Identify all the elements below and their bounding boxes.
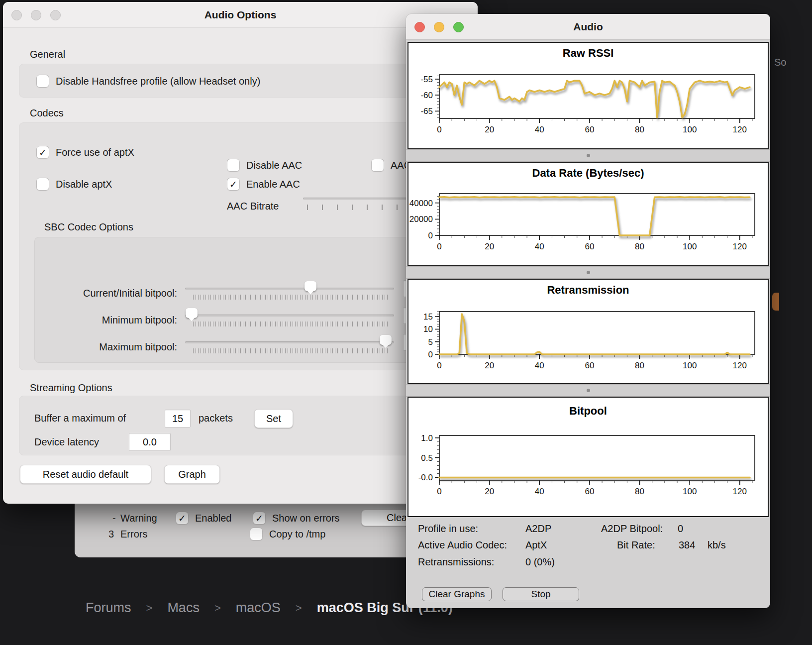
device-latency-input[interactable]	[129, 433, 171, 451]
retransmission-chart: 020406080100120151050	[408, 280, 768, 383]
bitpool-chart: 0204060801001201.00.5-0.0	[408, 398, 768, 516]
slider-track[interactable]	[185, 341, 394, 343]
sbc-group-box: Current/Initial bitpool: Minimum bitpool…	[34, 237, 458, 363]
chevron-right-icon: >	[296, 602, 302, 615]
minimum-bitpool-slider[interactable]	[185, 310, 394, 322]
disable-handsfree-label: Disable Handsfree profile (allow Headset…	[56, 76, 260, 87]
svg-text:120: 120	[733, 361, 747, 370]
svg-text:60: 60	[585, 125, 594, 134]
slider-thumb[interactable]	[186, 308, 198, 318]
svg-text:10: 10	[423, 324, 433, 334]
breadcrumb-link-forums[interactable]: Forums	[86, 600, 131, 616]
svg-text:40: 40	[535, 487, 544, 496]
aac-partial-checkbox[interactable]	[371, 159, 384, 172]
enable-aac-checkbox[interactable]	[227, 178, 240, 191]
show-on-errors-checkbox[interactable]	[253, 512, 266, 525]
clear-graphs-button[interactable]: Clear Graphs	[422, 587, 492, 601]
chart-panel-raw-rssi: Raw RSSI 020406080100120-55-60-65	[407, 42, 769, 149]
svg-text:20000: 20000	[409, 215, 433, 224]
svg-text:0: 0	[437, 361, 441, 370]
svg-text:15: 15	[423, 312, 433, 322]
svg-text:80: 80	[635, 487, 644, 496]
general-section-label: General	[30, 49, 65, 60]
splitter-handle[interactable]	[406, 384, 770, 397]
aac-bitrate-label: AAC Bitrate	[227, 201, 279, 212]
force-aptx-checkbox[interactable]	[36, 146, 49, 159]
stop-button[interactable]: Stop	[503, 587, 579, 601]
chevron-right-icon: >	[214, 602, 221, 615]
svg-text:-65: -65	[420, 107, 433, 116]
buffer-packets-input[interactable]	[165, 410, 191, 428]
graph-button[interactable]: Graph	[164, 465, 220, 484]
svg-text:100: 100	[683, 361, 697, 370]
svg-text:60: 60	[585, 361, 594, 370]
active-codec-label: Active Audio Codec:	[418, 539, 507, 551]
current-initial-bitpool-label: Current/Initial bitpool:	[40, 288, 177, 299]
splitter-handle[interactable]	[406, 266, 770, 279]
zoom-button[interactable]	[453, 22, 464, 32]
close-button[interactable]	[414, 22, 425, 32]
set-button[interactable]: Set	[254, 409, 293, 428]
svg-text:60: 60	[585, 242, 594, 251]
force-aptx-label: Force use of aptX	[56, 147, 134, 158]
maximum-bitpool-label: Maximum bitpool:	[40, 341, 177, 353]
current-initial-bitpool-slider[interactable]	[185, 283, 394, 295]
reset-audio-default-button[interactable]: Reset audio default	[20, 465, 151, 484]
enabled-checkbox[interactable]	[176, 512, 189, 525]
warning-dash: -	[112, 513, 116, 524]
svg-text:0.5: 0.5	[421, 453, 433, 463]
svg-text:100: 100	[683, 487, 697, 496]
chart-panel-bitpool: Bitpool 0204060801001201.00.5-0.0	[407, 397, 769, 517]
svg-text:100: 100	[683, 242, 697, 251]
breadcrumb: Forums > Macs > macOS > macOS Big Sur (1…	[86, 600, 453, 616]
svg-text:20: 20	[485, 242, 494, 251]
slider-track[interactable]	[185, 288, 394, 290]
enable-aac-label: Enable AAC	[246, 179, 300, 190]
buffer-maximum-label: Buffer a maximum of	[34, 413, 126, 424]
svg-text:40: 40	[535, 242, 544, 251]
svg-text:20: 20	[485, 361, 494, 370]
profile-in-use-label: Profile in use:	[418, 523, 478, 535]
streaming-group-box: Buffer a maximum of packets Set Device l…	[19, 396, 462, 455]
desktop: Forums > Macs > macOS > macOS Big Sur (1…	[0, 0, 812, 645]
errors-label: Errors	[120, 529, 147, 540]
slider-thumb[interactable]	[304, 281, 316, 291]
enabled-label: Enabled	[195, 513, 231, 524]
maximum-bitpool-slider[interactable]	[185, 336, 394, 348]
disable-aac-checkbox[interactable]	[227, 159, 240, 172]
bit-rate-value: 384	[679, 539, 695, 551]
traffic-lights	[414, 22, 464, 32]
show-on-errors-label: Show on errors	[272, 513, 340, 524]
svg-text:20: 20	[485, 487, 494, 496]
svg-text:1.0: 1.0	[421, 433, 433, 443]
slider-thumb[interactable]	[380, 335, 392, 345]
disable-handsfree-checkbox[interactable]	[36, 75, 49, 88]
bit-rate-label: Bit Rate:	[617, 539, 655, 551]
copy-to-tmp-checkbox[interactable]	[250, 528, 263, 540]
data-rate-chart: 02040608010012040000200000	[408, 163, 768, 265]
close-button[interactable]	[11, 10, 22, 20]
zoom-button[interactable]	[50, 10, 61, 20]
breadcrumb-link-macos[interactable]: macOS	[236, 600, 281, 616]
slider-track[interactable]	[185, 315, 394, 317]
svg-text:0: 0	[437, 242, 441, 251]
disable-aac-label: Disable AAC	[246, 160, 302, 171]
sbc-section-label: SBC Codec Options	[44, 221, 133, 233]
minimize-button[interactable]	[434, 22, 444, 32]
codecs-section-label: Codecs	[30, 108, 64, 119]
svg-text:80: 80	[635, 242, 644, 251]
streaming-section-label: Streaming Options	[30, 382, 112, 394]
audio-window: Audio Raw RSSI 020406080100120-55-60-65 …	[406, 14, 770, 608]
disable-aptx-checkbox[interactable]	[36, 178, 49, 191]
splitter-handle[interactable]	[406, 149, 770, 162]
svg-text:0: 0	[437, 487, 441, 496]
minimize-button[interactable]	[31, 10, 41, 20]
svg-text:80: 80	[635, 361, 644, 370]
svg-text:0: 0	[437, 125, 441, 134]
chart-panel-data-rate: Data Rate (Bytes/sec) 020406080100120400…	[407, 162, 769, 266]
retransmissions-value: 0 (0%)	[525, 556, 555, 568]
breadcrumb-link-macs[interactable]: Macs	[167, 600, 200, 616]
partial-background-text: So	[774, 57, 786, 68]
svg-text:-0.0: -0.0	[418, 473, 433, 482]
a2dp-bitpool-label: A2DP Bitpool:	[601, 523, 663, 535]
